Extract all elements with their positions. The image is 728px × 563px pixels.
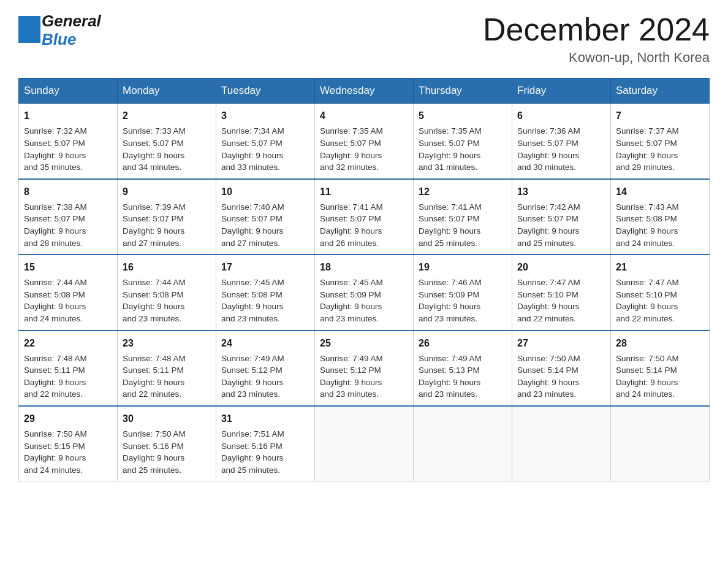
day-number: 9 [123,185,211,199]
day-number: 2 [123,109,211,123]
calendar-week-row: 8Sunrise: 7:38 AMSunset: 5:07 PMDaylight… [19,179,710,255]
calendar-week-row: 22Sunrise: 7:48 AMSunset: 5:11 PMDayligh… [19,331,710,406]
calendar-cell: 14Sunrise: 7:43 AMSunset: 5:08 PMDayligh… [611,179,710,255]
day-header-thursday: Thursday [414,79,512,104]
day-number: 27 [517,336,605,350]
day-number: 18 [320,260,408,274]
day-number: 6 [517,109,605,123]
calendar-week-row: 29Sunrise: 7:50 AMSunset: 5:15 PMDayligh… [19,406,710,481]
day-number: 4 [320,109,408,123]
calendar-cell: 9Sunrise: 7:39 AMSunset: 5:07 PMDaylight… [118,179,216,255]
location: Kowon-up, North Korea [483,50,710,66]
calendar-cell: 18Sunrise: 7:45 AMSunset: 5:09 PMDayligh… [315,255,414,330]
calendar-cell: 11Sunrise: 7:41 AMSunset: 5:07 PMDayligh… [315,179,414,255]
calendar-cell: 24Sunrise: 7:49 AMSunset: 5:12 PMDayligh… [216,331,315,406]
day-number: 11 [320,185,408,199]
day-number: 14 [616,185,704,199]
calendar-cell [315,406,414,481]
day-number: 23 [123,336,211,350]
calendar-cell: 31Sunrise: 7:51 AMSunset: 5:16 PMDayligh… [216,406,315,481]
day-number: 28 [616,336,704,350]
day-number: 29 [24,412,112,426]
calendar-cell: 29Sunrise: 7:50 AMSunset: 5:15 PMDayligh… [19,406,118,481]
day-number: 17 [221,260,309,274]
calendar-cell: 17Sunrise: 7:45 AMSunset: 5:08 PMDayligh… [216,255,315,330]
day-number: 30 [123,412,211,426]
day-number: 3 [221,109,309,123]
day-number: 26 [419,336,507,350]
day-number: 10 [221,185,309,199]
day-number: 7 [616,109,704,123]
logo-line2: Blue [42,31,101,49]
day-header-wednesday: Wednesday [315,79,414,104]
calendar-cell: 8Sunrise: 7:38 AMSunset: 5:07 PMDaylight… [19,179,118,255]
calendar-cell: 3Sunrise: 7:34 AMSunset: 5:07 PMDaylight… [216,104,315,179]
day-number: 5 [419,109,507,123]
calendar-cell: 1Sunrise: 7:32 AMSunset: 5:07 PMDaylight… [19,104,118,179]
calendar-cell: 4Sunrise: 7:35 AMSunset: 5:07 PMDaylight… [315,104,414,179]
calendar-table: SundayMondayTuesdayWednesdayThursdayFrid… [18,78,710,481]
day-number: 12 [419,185,507,199]
calendar-week-row: 1Sunrise: 7:32 AMSunset: 5:07 PMDaylight… [19,104,710,179]
day-header-tuesday: Tuesday [216,79,315,104]
title-block: December 2024 Kowon-up, North Korea [483,12,710,66]
calendar-cell: 23Sunrise: 7:48 AMSunset: 5:11 PMDayligh… [118,331,216,406]
calendar-cell: 28Sunrise: 7:50 AMSunset: 5:14 PMDayligh… [611,331,710,406]
calendar-cell: 10Sunrise: 7:40 AMSunset: 5:07 PMDayligh… [216,179,315,255]
page-header: General Blue December 2024 Kowon-up, Nor… [18,12,710,66]
calendar-cell: 21Sunrise: 7:47 AMSunset: 5:10 PMDayligh… [611,255,710,330]
calendar-cell: 2Sunrise: 7:33 AMSunset: 5:07 PMDaylight… [118,104,216,179]
day-header-friday: Friday [512,79,611,104]
day-header-saturday: Saturday [611,79,710,104]
calendar-week-row: 15Sunrise: 7:44 AMSunset: 5:08 PMDayligh… [19,255,710,330]
day-number: 1 [24,109,112,123]
day-number: 8 [24,185,112,199]
day-number: 20 [517,260,605,274]
day-header-sunday: Sunday [19,79,118,104]
calendar-cell [611,406,710,481]
day-number: 25 [320,336,408,350]
day-number: 19 [419,260,507,274]
calendar-cell: 26Sunrise: 7:49 AMSunset: 5:13 PMDayligh… [414,331,512,406]
calendar-cell: 5Sunrise: 7:35 AMSunset: 5:07 PMDaylight… [414,104,512,179]
month-title: December 2024 [483,12,710,47]
calendar-cell [512,406,611,481]
calendar-cell: 20Sunrise: 7:47 AMSunset: 5:10 PMDayligh… [512,255,611,330]
calendar-cell [414,406,512,481]
day-number: 21 [616,260,704,274]
day-number: 15 [24,260,112,274]
calendar-cell: 13Sunrise: 7:42 AMSunset: 5:07 PMDayligh… [512,179,611,255]
calendar-cell: 16Sunrise: 7:44 AMSunset: 5:08 PMDayligh… [118,255,216,330]
day-header-monday: Monday [118,79,216,104]
calendar-cell: 27Sunrise: 7:50 AMSunset: 5:14 PMDayligh… [512,331,611,406]
calendar-cell: 7Sunrise: 7:37 AMSunset: 5:07 PMDaylight… [611,104,710,179]
calendar-cell: 22Sunrise: 7:48 AMSunset: 5:11 PMDayligh… [19,331,118,406]
day-number: 31 [221,412,309,426]
logo-line1: General [42,12,101,31]
calendar-cell: 12Sunrise: 7:41 AMSunset: 5:07 PMDayligh… [414,179,512,255]
calendar-header-row: SundayMondayTuesdayWednesdayThursdayFrid… [19,79,710,104]
calendar-cell: 19Sunrise: 7:46 AMSunset: 5:09 PMDayligh… [414,255,512,330]
svg-marker-1 [36,16,40,43]
calendar-cell: 30Sunrise: 7:50 AMSunset: 5:16 PMDayligh… [118,406,216,481]
day-number: 24 [221,336,309,350]
logo-icon [18,16,40,43]
calendar-cell: 25Sunrise: 7:49 AMSunset: 5:12 PMDayligh… [315,331,414,406]
day-number: 13 [517,185,605,199]
logo: General Blue [18,12,101,49]
day-number: 16 [123,260,211,274]
calendar-cell: 6Sunrise: 7:36 AMSunset: 5:07 PMDaylight… [512,104,611,179]
day-number: 22 [24,336,112,350]
calendar-cell: 15Sunrise: 7:44 AMSunset: 5:08 PMDayligh… [19,255,118,330]
